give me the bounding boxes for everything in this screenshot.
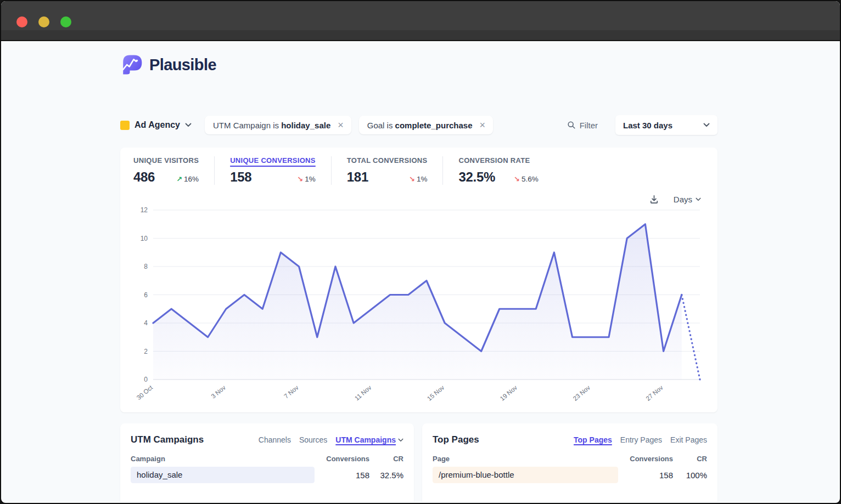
close-button[interactable] (16, 16, 27, 27)
table-body: /premium-blue-bottle 158 100% (433, 467, 707, 483)
svg-text:7 Nov: 7 Nov (283, 384, 300, 400)
column-name: Campaign (131, 455, 315, 463)
table-header: Campaign Conversions CR (131, 455, 403, 463)
card-tab[interactable]: UTM Campaigns (335, 435, 403, 444)
top-stats: UNIQUE VISITORS 486 ↗16% UNIQUE CONVERSI… (133, 156, 704, 185)
column-cr: CR (369, 455, 403, 463)
svg-text:3 Nov: 3 Nov (210, 384, 227, 400)
svg-text:11 Nov: 11 Nov (354, 384, 373, 401)
chevron-down-icon (398, 438, 403, 442)
card-title: Top Pages (433, 434, 479, 445)
metric-stat[interactable]: TOTAL CONVERSIONS 181 ↘1% (331, 156, 443, 185)
conversions-line-chart[interactable]: 02468101230 Oct3 Nov7 Nov11 Nov15 Nov19 … (133, 207, 704, 403)
utm-campaigns-card: UTM Campaigns Channels Sources UTM Campa… (120, 423, 414, 502)
metric-label: UNIQUE VISITORS (133, 156, 199, 165)
metric-stat[interactable]: UNIQUE VISITORS 486 ↗16% (133, 156, 214, 185)
remove-filter-button[interactable]: × (337, 120, 345, 130)
row-cr: 100% (673, 471, 707, 480)
row-label: /premium-blue-bottle (433, 470, 514, 479)
svg-text:10: 10 (141, 235, 148, 242)
metric-delta: ↗16% (176, 175, 199, 183)
filter-pill[interactable]: Goal is complete_purchase × (359, 116, 493, 134)
card-tab[interactable]: Exit Pages (670, 435, 707, 444)
trend-arrow-icon: ↘ (409, 175, 415, 183)
row-conversions: 158 (315, 471, 369, 480)
card-title: UTM Campaigns (131, 434, 204, 445)
svg-text:15 Nov: 15 Nov (426, 384, 446, 402)
trend-arrow-icon: ↘ (514, 175, 520, 183)
filter-pill[interactable]: UTM Campaign is holiday_sale × (205, 116, 351, 134)
chart-toolbar: Days (133, 192, 704, 206)
analytics-card: UNIQUE VISITORS 486 ↗16% UNIQUE CONVERSI… (120, 148, 717, 412)
plausible-logo: Plausible (120, 53, 717, 76)
metric-stat[interactable]: CONVERSION RATE 32.5% ↘5.6% (442, 156, 553, 185)
card-tabs: Channels Sources UTM Campaigns (259, 435, 403, 444)
filter-toolbar: Ad Agency UTM Campaign is holiday_sale ×… (120, 115, 717, 135)
top-pages-card: Top Pages Top Pages Entry Pages Exit Pag… (422, 423, 717, 502)
filter-pill-text: UTM Campaign is holiday_sale (213, 121, 330, 130)
table-row[interactable]: holiday_sale 158 32.5% (131, 467, 403, 483)
filter-button[interactable]: Filter (564, 120, 601, 131)
date-range-value: Last 30 days (623, 121, 672, 130)
remove-filter-button[interactable]: × (479, 120, 487, 130)
svg-text:30 Oct: 30 Oct (136, 384, 154, 401)
brand-wordmark: Plausible (149, 56, 216, 74)
table-row[interactable]: /premium-blue-bottle 158 100% (433, 467, 707, 483)
site-favicon-icon (120, 121, 130, 130)
svg-text:6: 6 (144, 291, 148, 299)
metric-value: 158 (230, 169, 251, 185)
svg-text:19 Nov: 19 Nov (499, 384, 519, 402)
svg-text:4: 4 (144, 319, 148, 327)
table-body: holiday_sale 158 32.5% (131, 467, 403, 483)
metric-delta: ↘1% (409, 175, 427, 183)
card-tab[interactable]: Channels (259, 435, 291, 444)
metric-label: UNIQUE CONVERSIONS (230, 156, 316, 165)
metric-delta: ↘1% (297, 175, 315, 183)
download-icon (649, 194, 659, 205)
svg-text:23 Nov: 23 Nov (571, 384, 591, 402)
card-tab[interactable]: Sources (299, 435, 327, 444)
window-tabstrip (1, 30, 840, 41)
metric-label: TOTAL CONVERSIONS (347, 156, 428, 165)
plausible-logo-icon (120, 53, 143, 76)
svg-text:8: 8 (144, 263, 148, 270)
date-range-select[interactable]: Last 30 days (615, 115, 717, 135)
card-tab[interactable]: Entry Pages (620, 435, 662, 444)
trend-arrow-icon: ↗ (176, 175, 182, 183)
site-selector[interactable]: Ad Agency (120, 120, 192, 130)
browser-window: Plausible Ad Agency UTM Campaign is holi… (0, 0, 841, 504)
filter-button-label: Filter (580, 121, 598, 130)
dashboard-page: Plausible Ad Agency UTM Campaign is holi… (1, 41, 840, 502)
table-header: Page Conversions CR (433, 455, 707, 463)
row-cr: 32.5% (369, 471, 403, 480)
traffic-lights (16, 16, 71, 27)
card-tab[interactable]: Top Pages (574, 435, 612, 444)
svg-text:0: 0 (144, 376, 148, 383)
svg-text:27 Nov: 27 Nov (644, 384, 664, 402)
download-button[interactable] (649, 194, 659, 205)
svg-text:2: 2 (144, 348, 148, 355)
svg-text:12: 12 (141, 206, 148, 214)
search-icon (567, 121, 576, 129)
trend-arrow-icon: ↘ (297, 175, 303, 183)
minimize-button[interactable] (38, 16, 49, 27)
column-conversions: Conversions (315, 455, 369, 463)
window-titlebar (1, 1, 840, 30)
interval-value: Days (674, 195, 692, 204)
metric-value: 486 (133, 169, 155, 185)
card-tabs: Top Pages Entry Pages Exit Pages (574, 435, 707, 444)
chevron-down-icon (185, 123, 192, 127)
column-name: Page (433, 455, 618, 463)
interval-select[interactable]: Days (670, 194, 704, 205)
row-label: holiday_sale (131, 470, 182, 479)
metric-value: 181 (347, 169, 368, 185)
metric-delta: ↘5.6% (514, 175, 539, 183)
column-cr: CR (673, 455, 707, 463)
row-conversions: 158 (618, 471, 673, 480)
metric-stat[interactable]: UNIQUE CONVERSIONS 158 ↘1% (214, 156, 331, 185)
chevron-down-icon (696, 197, 701, 201)
metric-label: CONVERSION RATE (458, 156, 538, 165)
site-name: Ad Agency (134, 120, 180, 130)
chevron-down-icon (703, 123, 710, 127)
zoom-button[interactable] (60, 16, 71, 27)
